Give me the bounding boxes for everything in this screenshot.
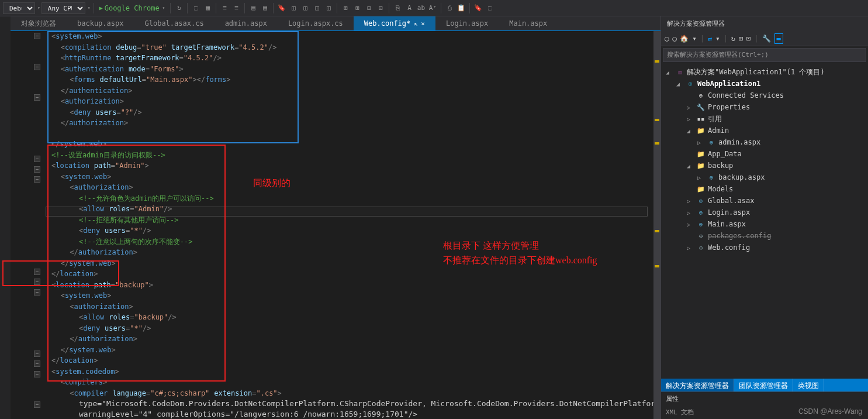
fold-toggle[interactable]: − <box>34 166 40 173</box>
solution-node[interactable]: ◢⧈解决方案"WebApplication1"(1 个项目) <box>661 66 868 78</box>
bookmark-icon[interactable]: 🔖 <box>276 3 287 13</box>
tool-icon[interactable]: 📋 <box>456 3 466 13</box>
solution-search[interactable]: 搜索解决方案资源管理器(Ctrl+;) <box>663 48 866 62</box>
tab-global-asax[interactable]: Global.asax.cs <box>134 16 214 30</box>
watermark: CSDN @Ares-Wang <box>798 407 862 415</box>
fold-toggle[interactable]: − <box>34 351 40 357</box>
tree-folder-backup[interactable]: ◢📁backup <box>661 160 868 171</box>
tree-folder-models[interactable]: 📁Models <box>661 183 868 195</box>
tree-item[interactable]: ▷⊕admin.aspx <box>661 136 868 148</box>
indent-out-icon[interactable]: ≡ <box>219 3 230 13</box>
tool-icon[interactable]: ⬚ <box>485 3 495 13</box>
fold-toggle[interactable]: − <box>34 279 40 285</box>
fold-toggle[interactable]: − <box>34 64 40 70</box>
scrollbar[interactable] <box>653 31 660 419</box>
tab-object-browser[interactable]: 对象浏览器 <box>11 16 67 30</box>
tool-icon[interactable]: ▾ <box>715 35 720 43</box>
tool-icon[interactable]: ◫ <box>300 3 310 13</box>
tool-icon[interactable]: ▾ <box>692 35 696 43</box>
tool-icon[interactable]: ⊡ <box>746 35 751 43</box>
left-rail <box>0 16 11 419</box>
fold-toggle[interactable]: − <box>34 94 40 101</box>
solution-explorer-title: 解决方案资源管理器 <box>661 16 868 31</box>
tool-icon[interactable]: ◫ <box>323 3 334 13</box>
properties-icon[interactable]: 🔧 <box>762 35 771 43</box>
fold-toggle[interactable]: − <box>34 401 40 408</box>
tree-item[interactable]: ▷🔧Properties <box>661 101 868 113</box>
sync-icon[interactable]: ⇄ <box>708 35 712 43</box>
home-icon[interactable]: 🏠 <box>680 35 689 43</box>
fold-toggle[interactable]: − <box>34 371 40 377</box>
fold-toggle[interactable]: − <box>34 156 40 162</box>
refresh-icon[interactable]: ↻ <box>731 35 735 43</box>
bookmark-icon[interactable]: 🔖 <box>473 3 483 13</box>
close-icon[interactable]: × <box>421 20 425 28</box>
tree-item[interactable]: ⊕Connected Services <box>661 90 868 101</box>
tree-item[interactable]: ▷▪▪引用 <box>661 113 868 125</box>
indent-in-icon[interactable]: ≡ <box>231 3 241 13</box>
tool-icon[interactable]: A <box>404 3 414 13</box>
solution-toolbar: ◯ ◯ 🏠 ▾ | ⇄ ▾ | ↻ ⊞ ⊡ | 🔧 ▬ <box>661 31 868 46</box>
tool-icon[interactable]: ⊞ <box>340 3 351 13</box>
pin-icon[interactable]: ⇱ <box>414 20 417 27</box>
tool-icon[interactable]: ab <box>416 3 426 13</box>
tree-item[interactable]: ▷⊕Main.aspx <box>661 218 868 230</box>
tree-folder-admin[interactable]: ◢📁Admin <box>661 125 868 136</box>
nav-back-icon[interactable]: ◯ <box>665 35 669 43</box>
tree-item[interactable]: ▷⊕Login.aspx <box>661 207 868 218</box>
tree-item[interactable]: ▷⊕backup.aspx <box>661 171 868 183</box>
show-all-icon[interactable]: ⊞ <box>739 35 743 43</box>
tool-icon[interactable]: ▬ <box>774 33 783 44</box>
tab-web-config[interactable]: Web.config*⇱× <box>354 16 435 30</box>
tool-icon[interactable]: ⬚ <box>191 3 201 13</box>
tree-item-packages[interactable]: ⚙packages.config <box>661 230 868 242</box>
comment-icon[interactable]: ▤ <box>248 3 258 13</box>
document-tabs: 对象浏览器 backup.aspx Global.asax.cs admin.a… <box>11 16 660 31</box>
fold-toggle[interactable]: − <box>34 269 40 275</box>
explorer-tabs: 解决方案资源管理器 团队资源管理器 类视图 <box>661 379 868 391</box>
tab-login-aspx-cs[interactable]: Login.aspx.cs <box>278 16 354 30</box>
tab-login-aspx[interactable]: Login.aspx <box>435 16 499 30</box>
config-select[interactable]: Debug <box>3 2 35 14</box>
tab-team-explorer[interactable]: 团队资源管理器 <box>734 379 793 391</box>
tool-icon[interactable]: ▦ <box>202 3 213 13</box>
tab-solution-explorer[interactable]: 解决方案资源管理器 <box>661 379 734 391</box>
tab-class-view[interactable]: 类视图 <box>793 379 824 391</box>
tree-item[interactable]: ▷⊕Global.asax <box>661 195 868 207</box>
properties-title: 属性 <box>661 392 868 406</box>
project-node[interactable]: ◢⊕WebApplication1 <box>661 78 868 90</box>
tool-icon[interactable]: ◫ <box>312 3 322 13</box>
fold-toggle[interactable]: − <box>34 289 40 296</box>
fold-toggle[interactable]: − <box>34 176 40 183</box>
solution-tree: ◢⧈解决方案"WebApplication1"(1 个项目) ◢⊕WebAppl… <box>661 64 868 379</box>
code-editor[interactable]: −−−−−−−−−−−−− <system.web> <compilation … <box>11 31 660 419</box>
refresh-icon[interactable]: ↻ <box>174 3 184 13</box>
start-debug-button[interactable]: Google Chrome▾ <box>97 3 168 13</box>
tree-item-webconfig[interactable]: ▷⚙Web.config <box>661 242 868 253</box>
tool-icon[interactable]: ⊡ <box>375 3 386 13</box>
tree-folder-appdata[interactable]: 📁App_Data <box>661 148 868 160</box>
tool-icon[interactable]: ◫ <box>288 3 299 13</box>
fold-toggle[interactable]: − <box>34 360 40 367</box>
uncomment-icon[interactable]: ▤ <box>260 3 270 13</box>
tool-icon[interactable]: A⁺ <box>427 3 438 13</box>
tab-admin-aspx[interactable]: admin.aspx <box>215 16 278 30</box>
main-toolbar: Debug ▾ Any CPU ▾ Google Chrome▾ ↻ ⬚ ▦ ≡… <box>0 0 868 16</box>
tab-backup-aspx[interactable]: backup.aspx <box>67 16 134 30</box>
tool-icon[interactable]: ⎘ <box>392 3 403 13</box>
fold-toggle[interactable]: − <box>34 33 40 39</box>
tab-main-aspx[interactable]: Main.aspx <box>499 16 558 30</box>
tool-icon[interactable]: ⊡ <box>364 3 374 13</box>
nav-fwd-icon[interactable]: ◯ <box>672 35 676 43</box>
platform-select[interactable]: Any CPU <box>42 2 85 14</box>
tool-icon[interactable]: ⊞ <box>352 3 362 13</box>
tool-icon[interactable]: ⎙ <box>444 3 455 13</box>
